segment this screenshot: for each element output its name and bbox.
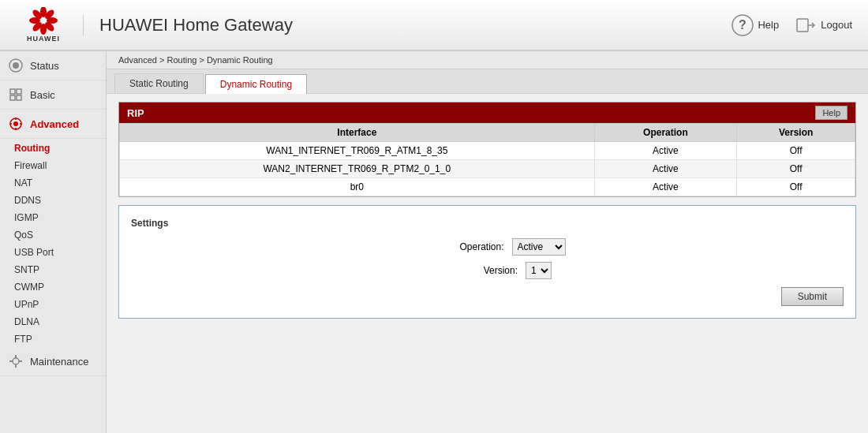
col-version: Version xyxy=(737,124,855,142)
table-row[interactable]: WAN1_INTERNET_TR069_R_ATM1_8_35 Active O… xyxy=(120,142,855,160)
cell-operation: Active xyxy=(594,178,737,196)
svg-rect-10 xyxy=(797,19,808,32)
operation-label: Operation: xyxy=(410,241,504,252)
logout-label: Logout xyxy=(821,19,852,31)
logo-flower-icon xyxy=(28,7,59,35)
svg-point-19 xyxy=(13,121,18,126)
sidebar-sub-nat[interactable]: NAT xyxy=(0,174,106,191)
rip-header: RIP Help xyxy=(119,103,855,123)
cell-interface: br0 xyxy=(120,178,595,196)
cell-operation: Active xyxy=(594,142,737,160)
header: HUAWEI HUAWEI Home Gateway ? Help Logout xyxy=(0,0,868,51)
rip-table: Interface Operation Version WAN1_INTERNE… xyxy=(119,123,855,196)
submit-button[interactable]: Submit xyxy=(781,287,844,306)
settings-submit-area: Submit xyxy=(131,287,844,306)
cell-version: Off xyxy=(737,160,855,178)
rip-help-button[interactable]: Help xyxy=(815,106,847,120)
version-label: Version: xyxy=(423,265,518,276)
breadcrumb-text: Advanced > Routing > Dynamic Routing xyxy=(118,55,273,65)
logout-button[interactable]: Logout xyxy=(795,14,852,36)
logout-icon xyxy=(795,14,817,36)
rip-table-body: WAN1_INTERNET_TR069_R_ATM1_8_35 Active O… xyxy=(120,142,855,196)
huawei-logo: HUAWEI xyxy=(16,6,71,45)
content-area: Advanced > Routing > Dynamic Routing Sta… xyxy=(107,51,868,433)
sidebar-sub-igmp[interactable]: IGMP xyxy=(0,208,106,226)
sidebar-sub-qos[interactable]: QoS xyxy=(0,226,106,243)
breadcrumb: Advanced > Routing > Dynamic Routing xyxy=(107,51,868,69)
tab-static-routing-label: Static Routing xyxy=(129,78,189,89)
page-body: RIP Help Interface Operation Version WAN… xyxy=(107,94,868,327)
settings-box: Settings Operation: ActiveInactive Versi… xyxy=(118,205,856,319)
sidebar-advanced-label: Advanced xyxy=(30,118,79,130)
sidebar-sub-ftp[interactable]: FTP xyxy=(0,330,106,347)
svg-rect-15 xyxy=(17,89,21,94)
main-layout: Status Basic xyxy=(0,51,868,433)
table-row[interactable]: br0 Active Off xyxy=(120,178,855,196)
tab-dynamic-routing-label: Dynamic Routing xyxy=(220,79,292,90)
sidebar-sub-cwmp[interactable]: CWMP xyxy=(0,278,106,295)
svg-point-13 xyxy=(13,62,19,69)
svg-rect-17 xyxy=(17,95,21,100)
app-title: HUAWEI Home Gateway xyxy=(83,15,293,35)
sidebar-sub-firewall[interactable]: Firewall xyxy=(0,156,106,174)
tab-static-routing[interactable]: Static Routing xyxy=(114,73,204,93)
logo-text: HUAWEI xyxy=(27,35,60,43)
header-right: ? Help Logout xyxy=(731,14,852,36)
settings-version-row: Version: 12 xyxy=(131,262,844,279)
sidebar-item-basic[interactable]: Basic xyxy=(0,80,106,110)
svg-rect-14 xyxy=(10,89,15,94)
cell-operation: Active xyxy=(594,160,737,178)
header-left: HUAWEI HUAWEI Home Gateway xyxy=(16,6,293,45)
sidebar-basic-label: Basic xyxy=(30,89,55,101)
sidebar-sub-ddns[interactable]: DDNS xyxy=(0,191,106,208)
sidebar-item-maintenance[interactable]: Maintenance xyxy=(0,347,106,376)
version-select[interactable]: 12 xyxy=(526,262,552,279)
settings-title: Settings xyxy=(131,218,844,229)
col-interface: Interface xyxy=(120,124,595,142)
sidebar-status-label: Status xyxy=(30,60,59,72)
svg-rect-16 xyxy=(10,95,15,100)
tab-bar: Static Routing Dynamic Routing xyxy=(107,69,868,94)
help-button[interactable]: ? Help xyxy=(731,14,779,36)
sidebar: Status Basic xyxy=(0,51,107,433)
settings-operation-row: Operation: ActiveInactive xyxy=(131,238,844,256)
table-row[interactable]: WAN2_INTERNET_TR069_R_PTM2_0_1_0 Active … xyxy=(120,160,855,178)
sidebar-sub-sntp[interactable]: SNTP xyxy=(0,260,106,278)
sidebar-maintenance-label: Maintenance xyxy=(30,356,88,368)
maintenance-icon xyxy=(8,353,24,369)
sidebar-item-status[interactable]: Status xyxy=(0,51,106,80)
sidebar-sub-dlna[interactable]: DLNA xyxy=(0,312,106,330)
cell-interface: WAN2_INTERNET_TR069_R_PTM2_0_1_0 xyxy=(120,160,595,178)
sidebar-item-advanced[interactable]: Advanced xyxy=(0,110,106,139)
tab-dynamic-routing[interactable]: Dynamic Routing xyxy=(205,74,307,94)
status-icon xyxy=(8,58,24,73)
operation-select[interactable]: ActiveInactive xyxy=(512,238,566,256)
basic-icon xyxy=(8,87,24,103)
cell-version: Off xyxy=(737,142,855,160)
advanced-icon xyxy=(8,116,24,132)
sidebar-sub-usb-port[interactable]: USB Port xyxy=(0,243,106,260)
cell-version: Off xyxy=(737,178,855,196)
help-icon: ? xyxy=(731,14,754,36)
rip-title: RIP xyxy=(127,107,144,119)
sidebar-sub-routing[interactable]: Routing xyxy=(0,139,106,156)
help-label: Help xyxy=(758,19,779,31)
col-operation: Operation xyxy=(594,124,737,142)
rip-container: RIP Help Interface Operation Version WAN… xyxy=(118,102,856,197)
cell-interface: WAN1_INTERNET_TR069_R_ATM1_8_35 xyxy=(120,142,595,160)
svg-point-24 xyxy=(13,358,19,364)
svg-text:?: ? xyxy=(739,18,747,32)
sidebar-sub-upnp[interactable]: UPnP xyxy=(0,295,106,312)
